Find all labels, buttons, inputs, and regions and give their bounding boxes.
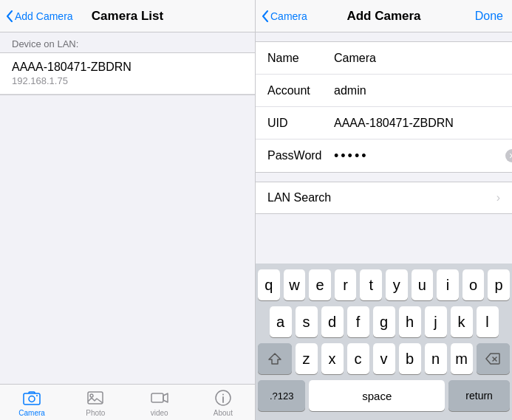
keyboard-row-3: z x c v b n m xyxy=(258,343,510,374)
uid-label: UID xyxy=(267,117,334,130)
shift-icon xyxy=(268,353,281,365)
return-key[interactable]: return xyxy=(448,380,510,411)
key-q[interactable]: q xyxy=(258,269,280,300)
svg-point-7 xyxy=(222,393,224,395)
shift-key[interactable] xyxy=(258,343,292,374)
keyboard-row-1: q w e r t y u i o p xyxy=(258,269,510,300)
left-panel: Add Camera Camera List Device on LAN: AA… xyxy=(0,0,256,420)
account-label: Account xyxy=(267,84,334,97)
svg-point-4 xyxy=(90,394,93,397)
svg-point-2 xyxy=(36,395,38,396)
device-item[interactable]: AAAA-180471-ZBDRN 192.168.1.75 xyxy=(0,53,255,94)
about-icon xyxy=(214,388,233,407)
name-row: Name Camera xyxy=(256,42,512,75)
left-nav-title: Camera List xyxy=(92,9,163,24)
password-label: PassWord xyxy=(267,149,334,162)
key-w[interactable]: w xyxy=(284,269,306,300)
right-nav-title: Add Camera xyxy=(347,9,420,24)
account-value: admin xyxy=(334,84,500,97)
name-value: Camera xyxy=(334,52,500,65)
key-o[interactable]: o xyxy=(462,269,485,300)
password-input[interactable] xyxy=(334,148,505,164)
tab-video[interactable]: video xyxy=(128,388,191,417)
key-b[interactable]: b xyxy=(399,343,421,374)
key-h[interactable]: h xyxy=(399,306,421,337)
device-list: AAAA-180471-ZBDRN 192.168.1.75 xyxy=(0,52,255,95)
right-back-button[interactable]: Camera xyxy=(262,10,307,22)
tab-photo[interactable]: Photo xyxy=(64,388,127,417)
backspace-icon xyxy=(485,353,500,365)
uid-value: AAAA-180471-ZBDRN xyxy=(334,117,500,130)
video-icon xyxy=(150,388,169,407)
backspace-key[interactable] xyxy=(477,343,511,374)
right-back-label: Camera xyxy=(270,10,307,22)
key-g[interactable]: g xyxy=(373,306,395,337)
key-e[interactable]: e xyxy=(309,269,331,300)
name-label: Name xyxy=(267,52,334,65)
done-button[interactable]: Done xyxy=(475,10,503,23)
key-y[interactable]: y xyxy=(386,269,408,300)
key-p[interactable]: p xyxy=(488,269,510,300)
key-c[interactable]: c xyxy=(347,343,369,374)
key-u[interactable]: u xyxy=(412,269,434,300)
key-z[interactable]: z xyxy=(296,343,318,374)
key-f[interactable]: f xyxy=(347,306,369,337)
tab-photo-label: Photo xyxy=(86,409,105,417)
svg-point-1 xyxy=(29,396,35,402)
tab-camera-label: Camera xyxy=(18,409,45,417)
uid-row: UID AAAA-180471-ZBDRN xyxy=(256,107,512,140)
numbers-key[interactable]: .?123 xyxy=(258,380,305,411)
key-j[interactable]: j xyxy=(425,306,447,337)
camera-icon xyxy=(22,388,41,407)
tab-video-label: video xyxy=(151,409,168,417)
keyboard-row-2: a s d f g h j k l xyxy=(258,306,510,337)
tab-about[interactable]: About xyxy=(191,388,255,417)
clear-password-button[interactable] xyxy=(505,149,512,162)
account-row: Account admin xyxy=(256,75,512,107)
right-panel: Camera Add Camera Done Name Camera Accou… xyxy=(256,0,512,420)
left-back-button[interactable]: Add Camera xyxy=(6,10,73,22)
key-v[interactable]: v xyxy=(373,343,395,374)
key-i[interactable]: i xyxy=(437,269,459,300)
key-m[interactable]: m xyxy=(451,343,473,374)
lan-search-label: LAN Search xyxy=(267,191,496,204)
key-d[interactable]: d xyxy=(321,306,344,337)
key-k[interactable]: k xyxy=(451,306,473,337)
lan-search-row[interactable]: LAN Search › xyxy=(256,182,512,214)
tab-about-label: About xyxy=(214,409,233,417)
photo-icon xyxy=(86,388,105,407)
tab-bar: Camera Photo video Abou xyxy=(0,384,255,420)
password-row: PassWord xyxy=(256,140,512,172)
key-s[interactable]: s xyxy=(296,306,318,337)
key-a[interactable]: a xyxy=(270,306,292,337)
left-nav-bar: Add Camera Camera List xyxy=(0,0,255,32)
device-ip: 192.168.1.75 xyxy=(12,75,243,86)
space-key[interactable]: space xyxy=(309,380,445,411)
right-nav-bar: Camera Add Camera Done xyxy=(256,0,512,32)
keyboard-row-bottom: .?123 space return xyxy=(258,380,510,411)
key-r[interactable]: r xyxy=(335,269,357,300)
lan-chevron-icon: › xyxy=(496,191,500,204)
device-name: AAAA-180471-ZBDRN xyxy=(12,61,243,74)
tab-camera[interactable]: Camera xyxy=(0,388,64,417)
add-camera-form: Name Camera Account admin UID AAAA-18047… xyxy=(256,41,512,173)
left-back-label: Add Camera xyxy=(15,10,73,22)
key-t[interactable]: t xyxy=(360,269,382,300)
key-n[interactable]: n xyxy=(425,343,447,374)
key-l[interactable]: l xyxy=(477,306,499,337)
svg-rect-5 xyxy=(151,393,163,402)
keyboard: q w e r t y u i o p a s d f g h j k l xyxy=(256,264,512,420)
svg-rect-0 xyxy=(24,393,40,404)
section-header: Device on LAN: xyxy=(0,32,255,52)
key-x[interactable]: x xyxy=(321,343,344,374)
